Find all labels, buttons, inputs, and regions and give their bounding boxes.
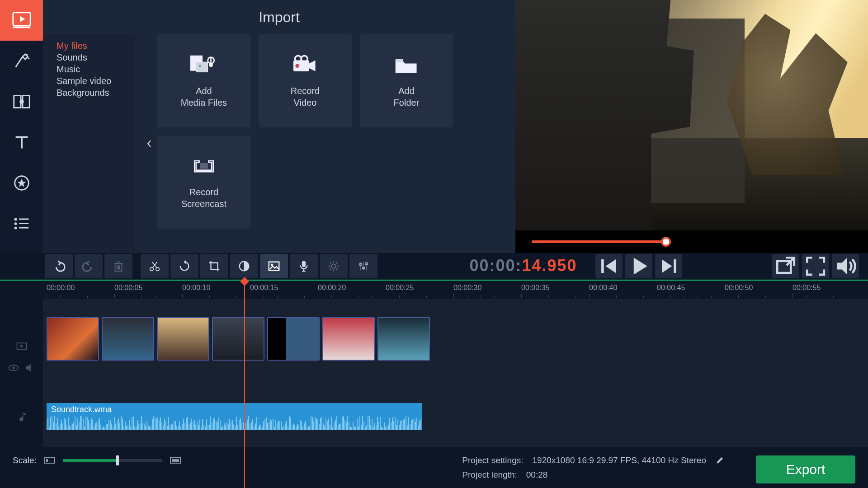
tile-label: Record Video <box>291 85 320 108</box>
rail-filters-button[interactable] <box>0 41 43 81</box>
svg-marker-49 <box>26 364 31 372</box>
video-clip[interactable] <box>212 317 264 361</box>
svg-point-10 <box>14 218 17 221</box>
scrub-progress <box>532 240 666 243</box>
svg-rect-51 <box>46 459 48 462</box>
left-rail <box>0 0 43 253</box>
fullscreen-button[interactable] <box>802 254 829 278</box>
timecode-display: 00:00:14.950 <box>469 256 577 276</box>
detach-preview-button[interactable] <box>772 254 799 278</box>
play-button[interactable] <box>625 254 652 278</box>
svg-point-19 <box>209 63 213 67</box>
volume-button[interactable] <box>832 254 859 278</box>
audio-clip-label: Soundtrack.wma <box>51 405 112 414</box>
image-button[interactable] <box>260 254 288 278</box>
ruler-label: 00:00:10 <box>182 284 210 292</box>
svg-rect-36 <box>362 267 365 269</box>
import-panel: Import My files Sounds Music Sample vide… <box>43 0 515 253</box>
svg-marker-21 <box>309 61 316 71</box>
svg-rect-53 <box>172 459 179 462</box>
tile-add-media-files[interactable]: Add Media Files <box>157 34 250 127</box>
rotate-button[interactable] <box>170 254 198 278</box>
rail-more-button[interactable] <box>0 203 43 244</box>
scale-knob[interactable] <box>116 455 119 465</box>
svg-marker-42 <box>662 259 672 273</box>
crop-button[interactable] <box>200 254 228 278</box>
rail-titles-button[interactable] <box>0 122 43 163</box>
rail-transitions-button[interactable] <box>0 81 43 122</box>
ruler-label: 00:00:25 <box>386 284 414 292</box>
camcorder-icon <box>289 53 321 77</box>
voiceover-button[interactable] <box>290 254 318 278</box>
ruler-label: 00:00:20 <box>318 284 346 292</box>
rail-stickers-button[interactable] <box>0 163 43 203</box>
playhead[interactable] <box>244 281 245 488</box>
zoom-out-icon[interactable] <box>44 456 56 465</box>
color-adjust-button[interactable] <box>230 254 258 278</box>
prev-button[interactable] <box>595 254 623 278</box>
tile-record-video[interactable]: Record Video <box>259 34 352 127</box>
video-track[interactable] <box>43 317 868 362</box>
cut-button[interactable] <box>141 254 169 278</box>
mute-icon[interactable] <box>24 361 36 374</box>
equalizer-button[interactable] <box>349 254 377 278</box>
svg-point-24 <box>295 64 299 68</box>
category-music[interactable]: Music <box>57 63 135 75</box>
category-sounds[interactable]: Sounds <box>57 52 135 63</box>
svg-marker-40 <box>633 258 647 275</box>
folder-icon <box>391 53 422 77</box>
tile-record-screencast[interactable]: Record Screencast <box>157 136 250 229</box>
video-clip[interactable] <box>157 317 209 361</box>
status-bar: Scale: Project settings: 868x488 16:9 … <box>0 447 868 488</box>
visibility-icon[interactable] <box>7 361 20 374</box>
svg-point-14 <box>14 227 17 230</box>
ruler-label: 00:00:50 <box>725 284 753 292</box>
preview-panel <box>515 0 868 253</box>
category-my-files[interactable]: My files <box>57 40 135 52</box>
svg-point-7 <box>19 99 24 104</box>
rail-import-button[interactable] <box>0 0 43 41</box>
svg-rect-41 <box>674 259 676 273</box>
category-sample-video[interactable]: Sample video <box>57 75 135 87</box>
ruler-label: 00:00:55 <box>793 284 821 292</box>
svg-point-3 <box>26 54 28 56</box>
redo-button[interactable] <box>75 254 103 278</box>
svg-marker-44 <box>837 258 847 275</box>
video-clip[interactable] <box>267 317 320 361</box>
export-button[interactable]: Export <box>756 455 855 483</box>
edit-settings-icon[interactable] <box>715 456 724 465</box>
timeline-ruler[interactable]: 00:00:0000:00:0500:00:1000:00:1500:00:20… <box>43 281 868 299</box>
tile-label: Record Screencast <box>181 186 226 210</box>
ruler-label: 00:00:15 <box>250 284 278 292</box>
ruler-label: 00:00:00 <box>47 284 75 292</box>
preview-viewport[interactable] <box>515 0 868 230</box>
project-settings-value: 868x488 16:9 29.97 FPS, 44100 Hz Stere… <box>533 455 707 465</box>
video-clip[interactable] <box>47 317 99 361</box>
svg-rect-38 <box>601 259 604 273</box>
delete-button[interactable] <box>104 254 132 278</box>
category-backgrounds[interactable]: Backgrounds <box>57 87 135 99</box>
undo-button[interactable] <box>45 254 73 278</box>
tile-label: Add Folder <box>394 85 420 108</box>
scrub-knob[interactable] <box>661 237 671 247</box>
zoom-in-icon[interactable] <box>170 456 181 465</box>
svg-rect-26 <box>200 163 208 169</box>
track-headers <box>0 299 43 447</box>
video-clip[interactable] <box>377 317 430 361</box>
video-clip[interactable] <box>322 317 375 361</box>
scale-slider[interactable] <box>63 459 162 462</box>
timeline-tracks[interactable]: Soundtrack.wma <box>43 299 868 447</box>
screencast-icon <box>188 155 220 178</box>
preview-scrubber[interactable] <box>515 230 868 253</box>
svg-marker-46 <box>20 345 23 348</box>
tile-add-folder[interactable]: Add Folder <box>360 34 453 127</box>
svg-rect-13 <box>19 223 28 224</box>
audio-clip[interactable]: Soundtrack.wma <box>47 403 422 430</box>
svg-rect-15 <box>19 227 28 229</box>
clip-properties-button[interactable] <box>320 254 348 278</box>
video-clip[interactable] <box>102 317 154 361</box>
next-button[interactable] <box>655 254 682 278</box>
toolbar: 00:00:14.950 <box>0 253 868 280</box>
collapse-panel-handle[interactable] <box>145 34 154 253</box>
svg-point-12 <box>14 222 17 225</box>
